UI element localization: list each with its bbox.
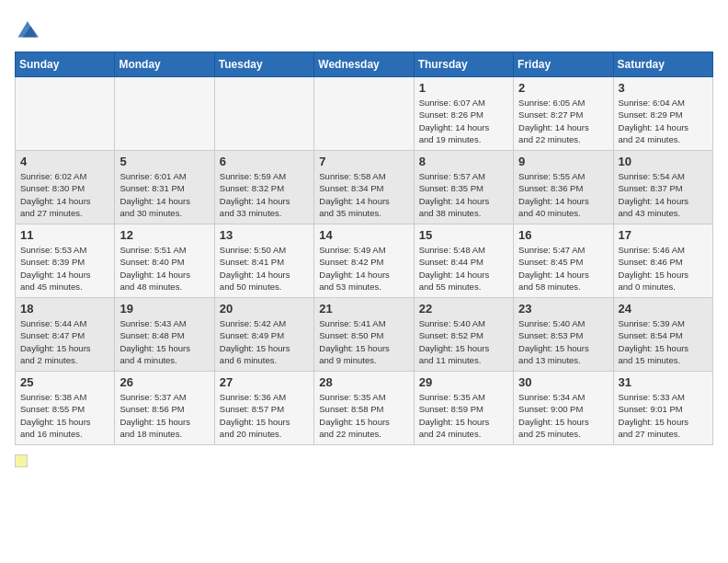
day-info: Sunrise: 5:37 AM Sunset: 8:56 PM Dayligh… — [119, 391, 209, 440]
day-number: 5 — [119, 155, 209, 168]
calendar-cell: 3Sunrise: 6:04 AM Sunset: 8:29 PM Daylig… — [613, 77, 712, 151]
day-info: Sunrise: 5:35 AM Sunset: 8:58 PM Dayligh… — [319, 391, 408, 440]
day-number: 28 — [319, 375, 408, 389]
day-number: 15 — [419, 228, 508, 242]
day-info: Sunrise: 5:53 AM Sunset: 8:39 PM Dayligh… — [20, 244, 109, 293]
day-number: 23 — [518, 302, 608, 316]
calendar-cell: 7Sunrise: 5:58 AM Sunset: 8:34 PM Daylig… — [314, 151, 414, 224]
day-info: Sunrise: 5:40 AM Sunset: 8:52 PM Dayligh… — [419, 317, 508, 366]
calendar-cell: 2Sunrise: 6:05 AM Sunset: 8:27 PM Daylig… — [514, 77, 613, 151]
day-number: 27 — [220, 375, 309, 389]
day-info: Sunrise: 5:36 AM Sunset: 8:57 PM Dayligh… — [220, 391, 309, 440]
calendar-row-3: 18Sunrise: 5:44 AM Sunset: 8:47 PM Dayli… — [16, 298, 713, 372]
day-number: 22 — [419, 302, 508, 316]
day-info: Sunrise: 5:33 AM Sunset: 9:01 PM Dayligh… — [619, 391, 708, 440]
page-header — [15, 15, 713, 40]
calendar-cell: 5Sunrise: 6:01 AM Sunset: 8:31 PM Daylig… — [115, 151, 214, 224]
header-cell-sunday: Sunday — [16, 52, 115, 77]
day-info: Sunrise: 5:40 AM Sunset: 8:53 PM Dayligh… — [518, 317, 608, 366]
day-info: Sunrise: 5:57 AM Sunset: 8:35 PM Dayligh… — [419, 170, 508, 219]
day-info: Sunrise: 5:58 AM Sunset: 8:34 PM Dayligh… — [319, 170, 408, 219]
day-info: Sunrise: 5:50 AM Sunset: 8:41 PM Dayligh… — [220, 244, 309, 293]
calendar-cell: 6Sunrise: 5:59 AM Sunset: 8:32 PM Daylig… — [214, 151, 313, 224]
calendar-cell: 28Sunrise: 5:35 AM Sunset: 8:58 PM Dayli… — [314, 372, 414, 445]
calendar-row-1: 4Sunrise: 6:02 AM Sunset: 8:30 PM Daylig… — [16, 151, 713, 224]
day-info: Sunrise: 5:38 AM Sunset: 8:55 PM Dayligh… — [20, 391, 109, 440]
day-info: Sunrise: 5:46 AM Sunset: 8:46 PM Dayligh… — [619, 244, 708, 293]
calendar-body: 1Sunrise: 6:07 AM Sunset: 8:26 PM Daylig… — [16, 77, 713, 445]
calendar-cell — [115, 77, 214, 151]
header-cell-friday: Friday — [514, 52, 613, 77]
calendar-cell: 27Sunrise: 5:36 AM Sunset: 8:57 PM Dayli… — [214, 372, 313, 445]
calendar-cell: 24Sunrise: 5:39 AM Sunset: 8:54 PM Dayli… — [613, 298, 712, 372]
header-row: SundayMondayTuesdayWednesdayThursdayFrid… — [16, 52, 713, 77]
header-cell-saturday: Saturday — [613, 52, 712, 77]
day-number: 24 — [619, 302, 708, 316]
calendar-cell: 16Sunrise: 5:47 AM Sunset: 8:45 PM Dayli… — [514, 224, 613, 298]
day-number: 17 — [619, 228, 708, 242]
calendar-cell: 22Sunrise: 5:40 AM Sunset: 8:52 PM Dayli… — [414, 298, 513, 372]
calendar-cell: 12Sunrise: 5:51 AM Sunset: 8:40 PM Dayli… — [115, 224, 214, 298]
calendar-cell: 15Sunrise: 5:48 AM Sunset: 8:44 PM Dayli… — [414, 224, 513, 298]
day-number: 19 — [119, 302, 209, 316]
calendar-cell: 21Sunrise: 5:41 AM Sunset: 8:50 PM Dayli… — [314, 298, 414, 372]
day-number: 21 — [319, 302, 408, 316]
day-info: Sunrise: 6:01 AM Sunset: 8:31 PM Dayligh… — [119, 170, 209, 219]
calendar-cell: 30Sunrise: 5:34 AM Sunset: 9:00 PM Dayli… — [514, 372, 613, 445]
day-number: 20 — [220, 302, 309, 316]
day-number: 13 — [220, 228, 309, 242]
day-info: Sunrise: 6:05 AM Sunset: 8:27 PM Dayligh… — [518, 97, 608, 145]
day-info: Sunrise: 5:59 AM Sunset: 8:32 PM Dayligh… — [220, 170, 309, 219]
day-number: 25 — [20, 375, 109, 389]
day-number: 6 — [220, 155, 309, 168]
day-info: Sunrise: 5:41 AM Sunset: 8:50 PM Dayligh… — [319, 317, 408, 366]
calendar-cell: 8Sunrise: 5:57 AM Sunset: 8:35 PM Daylig… — [414, 151, 513, 224]
calendar-header: SundayMondayTuesdayWednesdayThursdayFrid… — [16, 52, 713, 77]
calendar-cell: 31Sunrise: 5:33 AM Sunset: 9:01 PM Dayli… — [613, 372, 712, 445]
day-info: Sunrise: 5:49 AM Sunset: 8:42 PM Dayligh… — [319, 244, 408, 293]
header-cell-thursday: Thursday — [414, 52, 513, 77]
day-info: Sunrise: 6:02 AM Sunset: 8:30 PM Dayligh… — [20, 170, 109, 219]
day-info: Sunrise: 5:39 AM Sunset: 8:54 PM Dayligh… — [619, 317, 708, 366]
day-number: 12 — [119, 228, 209, 242]
calendar-cell: 9Sunrise: 5:55 AM Sunset: 8:36 PM Daylig… — [514, 151, 613, 224]
day-info: Sunrise: 5:51 AM Sunset: 8:40 PM Dayligh… — [119, 244, 209, 293]
calendar-cell: 13Sunrise: 5:50 AM Sunset: 8:41 PM Dayli… — [214, 224, 313, 298]
calendar-cell: 1Sunrise: 6:07 AM Sunset: 8:26 PM Daylig… — [414, 77, 513, 151]
day-number: 11 — [20, 228, 109, 242]
day-number: 4 — [20, 155, 109, 168]
day-number: 9 — [518, 155, 608, 168]
calendar-cell — [214, 77, 313, 151]
day-number: 29 — [419, 375, 508, 389]
calendar-cell: 29Sunrise: 5:35 AM Sunset: 8:59 PM Dayli… — [414, 372, 513, 445]
day-info: Sunrise: 6:07 AM Sunset: 8:26 PM Dayligh… — [419, 97, 508, 145]
day-info: Sunrise: 5:47 AM Sunset: 8:45 PM Dayligh… — [518, 244, 608, 293]
day-number: 14 — [319, 228, 408, 242]
day-number: 16 — [518, 228, 608, 242]
logo-icon — [15, 15, 40, 40]
calendar-cell: 11Sunrise: 5:53 AM Sunset: 8:39 PM Dayli… — [16, 224, 115, 298]
calendar-row-0: 1Sunrise: 6:07 AM Sunset: 8:26 PM Daylig… — [16, 77, 713, 151]
day-number: 8 — [419, 155, 508, 168]
calendar-cell: 17Sunrise: 5:46 AM Sunset: 8:46 PM Dayli… — [613, 224, 712, 298]
calendar-cell: 23Sunrise: 5:40 AM Sunset: 8:53 PM Dayli… — [514, 298, 613, 372]
calendar-cell: 18Sunrise: 5:44 AM Sunset: 8:47 PM Dayli… — [16, 298, 115, 372]
day-number: 2 — [518, 81, 608, 95]
calendar-cell: 14Sunrise: 5:49 AM Sunset: 8:42 PM Dayli… — [314, 224, 414, 298]
logo — [15, 15, 44, 40]
calendar-cell: 26Sunrise: 5:37 AM Sunset: 8:56 PM Dayli… — [115, 372, 214, 445]
calendar-cell: 10Sunrise: 5:54 AM Sunset: 8:37 PM Dayli… — [613, 151, 712, 224]
calendar-cell: 19Sunrise: 5:43 AM Sunset: 8:48 PM Dayli… — [115, 298, 214, 372]
day-info: Sunrise: 5:35 AM Sunset: 8:59 PM Dayligh… — [419, 391, 508, 440]
day-number: 26 — [119, 375, 209, 389]
calendar-row-2: 11Sunrise: 5:53 AM Sunset: 8:39 PM Dayli… — [16, 224, 713, 298]
calendar-cell — [16, 77, 115, 151]
header-cell-monday: Monday — [115, 52, 214, 77]
day-info: Sunrise: 5:48 AM Sunset: 8:44 PM Dayligh… — [419, 244, 508, 293]
calendar-row-4: 25Sunrise: 5:38 AM Sunset: 8:55 PM Dayli… — [16, 372, 713, 445]
day-number: 3 — [619, 81, 708, 95]
day-info: Sunrise: 5:54 AM Sunset: 8:37 PM Dayligh… — [619, 170, 708, 219]
day-number: 18 — [20, 302, 109, 316]
calendar-cell: 25Sunrise: 5:38 AM Sunset: 8:55 PM Dayli… — [16, 372, 115, 445]
daylight-box-icon — [15, 454, 28, 467]
